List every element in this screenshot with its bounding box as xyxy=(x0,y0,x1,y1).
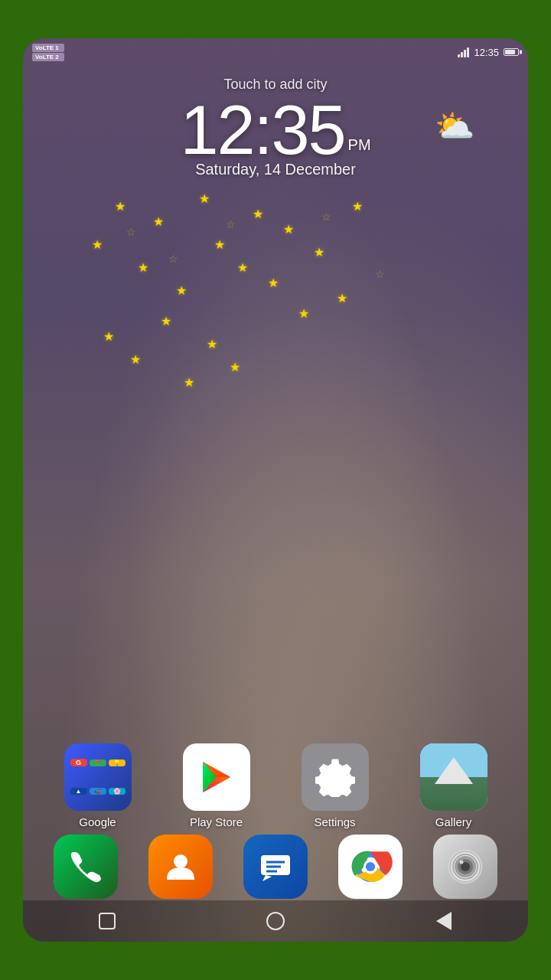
recents-icon xyxy=(99,913,116,929)
dock-camera[interactable] xyxy=(427,835,504,899)
battery-fill xyxy=(505,50,515,54)
app-item-playstore[interactable]: Play Store xyxy=(171,743,262,828)
signal-bar-3 xyxy=(464,50,466,57)
clock-display: 12:35 xyxy=(180,96,344,165)
nav-bar xyxy=(23,900,528,942)
app-row-1: G 📍 💡 ▲ 📹 🌸 xyxy=(38,743,513,828)
app-item-gallery[interactable]: Gallery xyxy=(408,743,500,828)
app-grid: G 📍 💡 ▲ 📹 🌸 xyxy=(23,743,528,835)
weather-icon: ⛅ xyxy=(435,107,474,145)
gallery-label: Gallery xyxy=(435,815,472,828)
dock-contacts[interactable] xyxy=(142,835,219,899)
gallery-mountain xyxy=(420,743,487,811)
back-button[interactable] xyxy=(427,904,461,938)
app-item-settings[interactable]: Settings xyxy=(289,743,381,828)
svg-marker-6 xyxy=(262,875,272,881)
dock-phone[interactable] xyxy=(47,835,124,899)
signal-bar-2 xyxy=(461,52,463,57)
messages-icon xyxy=(258,849,293,884)
dock-messages[interactable] xyxy=(237,835,314,899)
volte1-badge: VoLTE 1 xyxy=(32,44,64,52)
phone-dock-icon xyxy=(54,835,118,899)
home-button[interactable] xyxy=(259,904,292,938)
battery-icon xyxy=(504,48,519,56)
time-display: 12:35 PM xyxy=(180,96,370,165)
camera-dock-icon xyxy=(433,835,497,899)
weather-widget: Touch to add city 12:35 PM Saturday, 14 … xyxy=(23,77,528,178)
google-drive-icon: ▲ xyxy=(70,788,87,795)
signal-bar-1 xyxy=(458,54,460,57)
playstore-label: Play Store xyxy=(190,815,243,828)
gallery-icon xyxy=(420,743,487,811)
status-bar: VoLTE 1 VoLTE 2 12:35 xyxy=(23,38,528,66)
svg-point-4 xyxy=(174,854,187,868)
settings-icon xyxy=(302,743,369,811)
chrome-icon xyxy=(346,842,395,891)
google-maps-icon: 📍 xyxy=(90,760,106,766)
google-label: Google xyxy=(79,815,116,828)
status-left: VoLTE 1 VoLTE 2 xyxy=(32,44,64,61)
phone-icon xyxy=(68,849,103,884)
playstore-icon xyxy=(183,743,250,811)
chrome-dock-icon xyxy=(338,835,403,899)
google-folder-icon: G 📍 💡 ▲ 📹 🌸 xyxy=(64,743,132,811)
dock xyxy=(23,835,528,899)
app-item-google[interactable]: G 📍 💡 ▲ 📹 🌸 xyxy=(52,743,144,828)
time-ampm: PM xyxy=(348,136,371,154)
gear-svg xyxy=(315,757,355,797)
camera-icon xyxy=(448,849,483,884)
contacts-dock-icon xyxy=(148,835,213,899)
phone-frame: VoLTE 1 VoLTE 2 12:35 Touch to add city … xyxy=(23,38,528,942)
date-display: Saturday, 14 December xyxy=(195,161,356,178)
home-icon xyxy=(266,912,285,930)
status-time: 12:35 xyxy=(474,47,499,58)
google-meet-icon: 📹 xyxy=(90,788,106,795)
contacts-icon xyxy=(163,849,198,884)
google-g-icon: G xyxy=(70,759,87,766)
touch-city-label[interactable]: Touch to add city xyxy=(223,77,327,93)
messages-dock-icon xyxy=(243,835,308,899)
signal-bar-4 xyxy=(467,47,469,57)
status-right: 12:35 xyxy=(458,47,519,58)
volte2-badge: VoLTE 2 xyxy=(32,53,64,61)
back-icon xyxy=(436,912,452,930)
google-photos-icon: 🌸 xyxy=(109,788,126,795)
svg-point-19 xyxy=(460,861,464,864)
svg-point-14 xyxy=(366,862,375,871)
settings-label: Settings xyxy=(314,815,355,828)
dock-chrome[interactable] xyxy=(332,835,409,899)
google-keep-icon: 💡 xyxy=(109,760,126,766)
signal-bars xyxy=(458,47,469,57)
playstore-svg xyxy=(195,756,238,799)
recents-button[interactable] xyxy=(90,904,124,938)
